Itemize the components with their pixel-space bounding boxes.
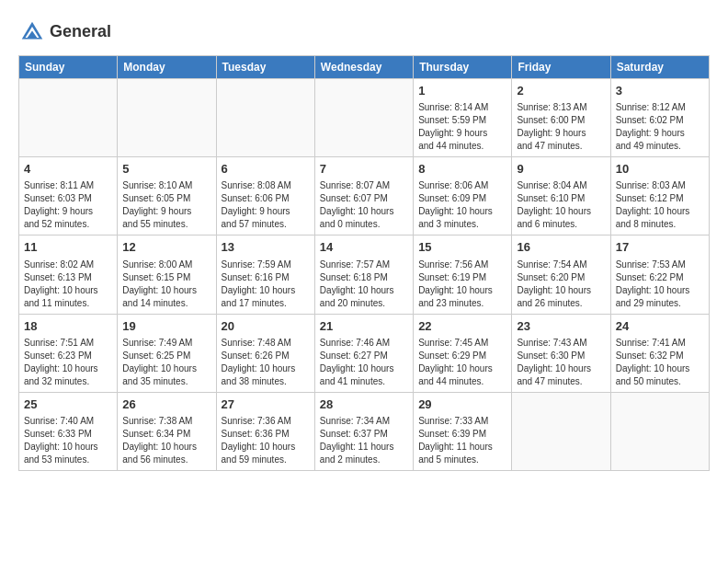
day-number: 20 [222,318,310,335]
calendar-cell: 14Sunrise: 7:57 AM Sunset: 6:18 PM Dayli… [314,236,413,314]
logo-icon [18,18,46,46]
day-number: 13 [222,239,310,256]
day-info: Sunrise: 8:12 AM Sunset: 6:02 PM Dayligh… [616,101,704,153]
day-info: Sunrise: 7:53 AM Sunset: 6:22 PM Dayligh… [616,259,704,310]
calendar-cell: 1Sunrise: 8:14 AM Sunset: 5:59 PM Daylig… [414,79,512,157]
calendar-cell: 21Sunrise: 7:46 AM Sunset: 6:27 PM Dayli… [314,314,413,392]
logo-text: General [50,23,111,41]
day-info: Sunrise: 7:33 AM Sunset: 6:39 PM Dayligh… [418,415,506,466]
day-info: Sunrise: 8:06 AM Sunset: 6:09 PM Dayligh… [418,179,506,231]
calendar-cell: 15Sunrise: 7:56 AM Sunset: 6:19 PM Dayli… [414,236,512,314]
calendar-cell: 5Sunrise: 8:10 AM Sunset: 6:05 PM Daylig… [118,157,216,236]
day-info: Sunrise: 7:41 AM Sunset: 6:32 PM Dayligh… [616,337,704,388]
weekday-header-wednesday: Wednesday [314,56,413,79]
weekday-header-tuesday: Tuesday [216,56,314,79]
calendar-cell: 17Sunrise: 7:53 AM Sunset: 6:22 PM Dayli… [610,236,709,314]
calendar-cell: 20Sunrise: 7:48 AM Sunset: 6:26 PM Dayli… [216,314,314,392]
day-info: Sunrise: 8:03 AM Sunset: 6:12 PM Dayligh… [616,179,704,231]
day-number: 10 [616,161,704,178]
calendar-cell: 6Sunrise: 8:08 AM Sunset: 6:06 PM Daylig… [216,157,314,236]
calendar-cell [512,392,610,470]
calendar-cell: 2Sunrise: 8:13 AM Sunset: 6:00 PM Daylig… [512,79,610,157]
calendar-cell: 11Sunrise: 8:02 AM Sunset: 6:13 PM Dayli… [19,236,118,314]
day-info: Sunrise: 8:04 AM Sunset: 6:10 PM Dayligh… [517,179,605,231]
weekday-header-sunday: Sunday [19,56,118,79]
day-info: Sunrise: 8:10 AM Sunset: 6:05 PM Dayligh… [122,179,210,231]
calendar-cell: 27Sunrise: 7:36 AM Sunset: 6:36 PM Dayli… [216,392,314,470]
week-row-3: 11Sunrise: 8:02 AM Sunset: 6:13 PM Dayli… [19,236,710,314]
day-number: 29 [418,396,506,413]
calendar-cell: 10Sunrise: 8:03 AM Sunset: 6:12 PM Dayli… [610,157,709,236]
day-number: 22 [418,318,506,335]
day-info: Sunrise: 7:54 AM Sunset: 6:20 PM Dayligh… [517,259,605,310]
calendar-table: SundayMondayTuesdayWednesdayThursdayFrid… [18,55,710,471]
calendar-cell [19,79,118,157]
calendar-cell: 29Sunrise: 7:33 AM Sunset: 6:39 PM Dayli… [414,392,512,470]
calendar-cell: 28Sunrise: 7:34 AM Sunset: 6:37 PM Dayli… [314,392,413,470]
calendar-cell: 22Sunrise: 7:45 AM Sunset: 6:29 PM Dayli… [414,314,512,392]
calendar-body: 1Sunrise: 8:14 AM Sunset: 5:59 PM Daylig… [19,79,710,471]
day-number: 17 [616,239,704,256]
day-number: 11 [24,239,112,256]
day-number: 4 [24,161,112,178]
calendar-cell [314,79,413,157]
weekday-header-saturday: Saturday [610,56,709,79]
day-info: Sunrise: 7:45 AM Sunset: 6:29 PM Dayligh… [418,337,506,388]
week-row-5: 25Sunrise: 7:40 AM Sunset: 6:33 PM Dayli… [19,392,710,470]
day-info: Sunrise: 7:40 AM Sunset: 6:33 PM Dayligh… [24,415,112,466]
calendar-cell [216,79,314,157]
week-row-1: 1Sunrise: 8:14 AM Sunset: 5:59 PM Daylig… [19,79,710,157]
weekday-header-thursday: Thursday [414,56,512,79]
calendar-cell: 25Sunrise: 7:40 AM Sunset: 6:33 PM Dayli… [19,392,118,470]
day-info: Sunrise: 8:00 AM Sunset: 6:15 PM Dayligh… [122,259,210,310]
day-number: 9 [517,161,605,178]
calendar-cell: 19Sunrise: 7:49 AM Sunset: 6:25 PM Dayli… [118,314,216,392]
day-info: Sunrise: 7:57 AM Sunset: 6:18 PM Dayligh… [320,259,408,310]
week-row-2: 4Sunrise: 8:11 AM Sunset: 6:03 PM Daylig… [19,157,710,236]
week-row-4: 18Sunrise: 7:51 AM Sunset: 6:23 PM Dayli… [19,314,710,392]
day-number: 14 [320,239,408,256]
day-info: Sunrise: 8:13 AM Sunset: 6:00 PM Dayligh… [517,101,605,153]
calendar-cell: 16Sunrise: 7:54 AM Sunset: 6:20 PM Dayli… [512,236,610,314]
day-number: 12 [122,239,210,256]
day-info: Sunrise: 7:59 AM Sunset: 6:16 PM Dayligh… [222,259,310,310]
calendar-cell: 9Sunrise: 8:04 AM Sunset: 6:10 PM Daylig… [512,157,610,236]
day-number: 15 [418,239,506,256]
calendar-cell: 4Sunrise: 8:11 AM Sunset: 6:03 PM Daylig… [19,157,118,236]
day-number: 18 [24,318,112,335]
day-info: Sunrise: 8:07 AM Sunset: 6:07 PM Dayligh… [320,179,408,231]
calendar-cell: 23Sunrise: 7:43 AM Sunset: 6:30 PM Dayli… [512,314,610,392]
day-info: Sunrise: 7:48 AM Sunset: 6:26 PM Dayligh… [222,337,310,388]
day-info: Sunrise: 7:34 AM Sunset: 6:37 PM Dayligh… [320,415,408,466]
day-number: 16 [517,239,605,256]
day-info: Sunrise: 8:14 AM Sunset: 5:59 PM Dayligh… [418,101,506,153]
page-header: General [18,18,710,46]
calendar-cell [610,392,709,470]
weekday-header-row: SundayMondayTuesdayWednesdayThursdayFrid… [19,56,710,79]
weekday-header-monday: Monday [118,56,216,79]
day-info: Sunrise: 7:43 AM Sunset: 6:30 PM Dayligh… [517,337,605,388]
day-info: Sunrise: 7:38 AM Sunset: 6:34 PM Dayligh… [122,415,210,466]
day-info: Sunrise: 7:51 AM Sunset: 6:23 PM Dayligh… [24,337,112,388]
calendar-cell [118,79,216,157]
day-info: Sunrise: 7:46 AM Sunset: 6:27 PM Dayligh… [320,337,408,388]
day-info: Sunrise: 7:56 AM Sunset: 6:19 PM Dayligh… [418,259,506,310]
day-number: 21 [320,318,408,335]
day-number: 23 [517,318,605,335]
day-number: 25 [24,396,112,413]
day-number: 24 [616,318,704,335]
day-number: 6 [222,161,310,178]
logo: General [18,18,111,46]
calendar-cell: 12Sunrise: 8:00 AM Sunset: 6:15 PM Dayli… [118,236,216,314]
day-number: 27 [222,396,310,413]
calendar-cell: 7Sunrise: 8:07 AM Sunset: 6:07 PM Daylig… [314,157,413,236]
calendar-cell: 13Sunrise: 7:59 AM Sunset: 6:16 PM Dayli… [216,236,314,314]
day-info: Sunrise: 8:02 AM Sunset: 6:13 PM Dayligh… [24,259,112,310]
day-number: 3 [616,83,704,99]
calendar-cell: 26Sunrise: 7:38 AM Sunset: 6:34 PM Dayli… [118,392,216,470]
day-info: Sunrise: 7:36 AM Sunset: 6:36 PM Dayligh… [222,415,310,466]
calendar-cell: 8Sunrise: 8:06 AM Sunset: 6:09 PM Daylig… [414,157,512,236]
calendar-cell: 3Sunrise: 8:12 AM Sunset: 6:02 PM Daylig… [610,79,709,157]
day-info: Sunrise: 8:11 AM Sunset: 6:03 PM Dayligh… [24,179,112,231]
day-number: 1 [418,83,506,99]
